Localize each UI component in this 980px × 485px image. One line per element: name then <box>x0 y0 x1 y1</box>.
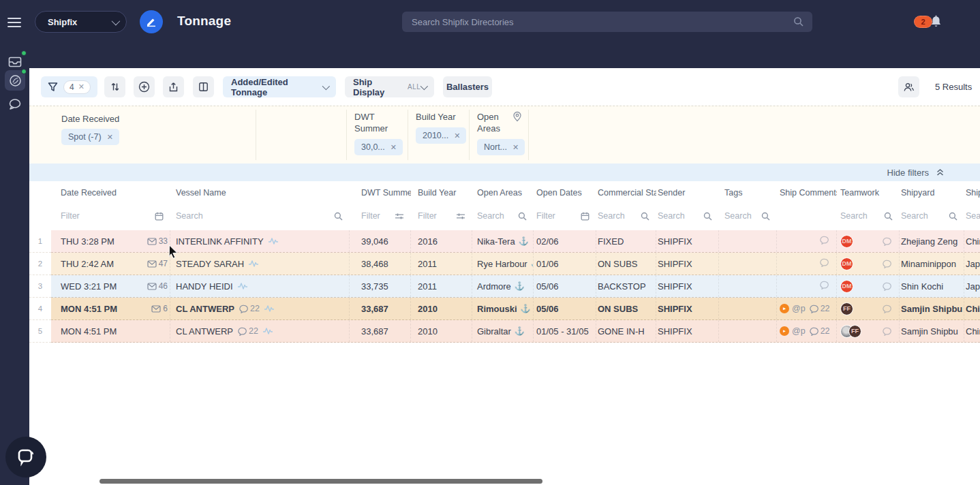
remove-chip-icon[interactable]: ✕ <box>107 133 113 142</box>
ballasters-button[interactable]: Ballasters <box>443 76 492 97</box>
activity-sparkline-icon[interactable] <box>268 237 279 245</box>
filter-chip-build-year[interactable]: 2010...✕ <box>416 127 466 144</box>
activity-sparkline-icon[interactable] <box>237 282 248 290</box>
column-header-dwt-summer[interactable]: DWT Summer <box>350 181 411 204</box>
notification-count-badge[interactable]: 2 <box>914 16 932 28</box>
clear-filters-icon[interactable]: ✕ <box>78 82 85 91</box>
ship-comment-count[interactable]: 22 <box>810 326 830 336</box>
add-teamwork-comment-icon[interactable] <box>883 327 899 336</box>
column-header-vessel-name[interactable]: Vessel Name <box>170 181 350 204</box>
column-header-sender[interactable]: Sender <box>656 181 719 204</box>
filters-button[interactable]: 4 ✕ <box>41 76 97 97</box>
column-header-ship-comments[interactable]: Ship Comments <box>777 181 837 204</box>
vessel-comment-count[interactable]: 22 <box>238 326 258 336</box>
filter-chip-dwt[interactable]: 30,0...✕ <box>354 139 403 155</box>
chevron-down-icon <box>322 82 330 90</box>
sidebar-item-tonnage[interactable] <box>5 70 25 91</box>
column-header-open-dates[interactable]: Open Dates <box>534 181 596 204</box>
teamwork-avatar[interactable]: DM <box>840 280 853 293</box>
activity-sparkline-icon[interactable] <box>248 260 259 268</box>
column-filter-shipyard-country[interactable]: Search <box>964 204 980 228</box>
email-count[interactable]: 46 <box>147 281 170 291</box>
activity-sparkline-icon[interactable] <box>264 304 275 313</box>
column-header-build-year[interactable]: Build Year <box>411 181 472 204</box>
add-comment-icon[interactable] <box>820 281 829 292</box>
column-header-shipyard-country[interactable]: Shipyard Country <box>964 181 980 204</box>
orange-tag-icon[interactable]: ▸ <box>780 304 789 313</box>
column-header-tags[interactable]: Tags <box>719 181 777 204</box>
table-row[interactable]: 1THU 3:28 PM33INTERLINK AFFINITY39,04620… <box>29 230 980 253</box>
column-filter-date-received[interactable]: Filter <box>51 204 170 228</box>
teamwork-avatar[interactable]: DM <box>840 257 853 270</box>
hide-filters-link[interactable]: Hide filters <box>887 168 929 178</box>
teamwork-avatar[interactable]: DM <box>840 235 853 248</box>
column-filter-vessel-name[interactable]: Search <box>170 204 350 228</box>
remove-chip-icon[interactable]: ✕ <box>454 131 460 140</box>
hide-filters-bar: Hide filters <box>29 163 980 181</box>
filter-chip-open-areas[interactable]: Nort...✕ <box>477 139 525 155</box>
search-icon <box>518 212 527 221</box>
chat-widget-button[interactable] <box>5 437 46 478</box>
add-teamwork-comment-icon[interactable] <box>883 304 899 313</box>
ship-display-dropdown[interactable]: Ship Display ALL <box>345 76 434 97</box>
table-row[interactable]: 5MON 4:51 PMCL ANTWERP2233,6872010Gibral… <box>29 320 980 343</box>
add-comment-icon[interactable] <box>820 236 829 247</box>
added-edited-dropdown[interactable]: Added/Edited Tonnage <box>223 76 336 97</box>
teamwork-users-button[interactable] <box>898 76 919 97</box>
column-header-open-areas[interactable]: Open Areas <box>472 181 534 204</box>
column-filter-commercial-status[interactable]: Search <box>596 204 656 228</box>
column-filter-teamwork[interactable]: Search <box>837 204 900 228</box>
add-teamwork-comment-icon[interactable] <box>883 282 899 291</box>
teamwork-avatar[interactable]: FF <box>840 302 853 315</box>
global-search-input[interactable]: Search Shipfix Directories <box>402 12 812 32</box>
vessel-comment-count[interactable]: 22 <box>239 304 260 313</box>
compose-button[interactable] <box>140 10 163 33</box>
column-filter-build-year[interactable]: Filter <box>411 204 472 228</box>
ship-comment-count[interactable]: 22 <box>810 304 830 313</box>
column-filter-shipyard[interactable]: Search <box>900 204 964 228</box>
mail-icon <box>151 305 161 313</box>
column-header-teamwork[interactable]: Teamwork <box>837 181 900 204</box>
email-count[interactable]: 33 <box>147 236 170 246</box>
column-filter-dwt-summer[interactable]: Filter <box>350 204 411 228</box>
divider <box>346 110 347 160</box>
email-count[interactable]: 47 <box>147 259 170 268</box>
column-filter-open-dates[interactable]: Filter <box>534 204 596 228</box>
cell-shipyard-country: Japan <box>964 253 980 275</box>
table-row[interactable]: 3WED 3:21 PM46HANDY HEIDI33,7352011Ardmo… <box>29 275 980 298</box>
activity-sparkline-icon[interactable] <box>262 327 273 335</box>
table-row[interactable]: 4MON 4:51 PM6CL ANTWERP2233,6872010Rimou… <box>29 298 980 320</box>
add-teamwork-comment-icon[interactable] <box>883 260 899 268</box>
teamwork-avatar[interactable]: FF <box>848 325 861 338</box>
orange-tag-icon[interactable]: ▸ <box>780 326 789 336</box>
cell-vessel-name: INTERLINK AFFINITY <box>170 230 350 252</box>
add-teamwork-comment-icon[interactable] <box>883 237 899 246</box>
chip-text: Nort... <box>484 142 507 152</box>
column-header-commercial-status[interactable]: Commercial Status <box>596 181 656 204</box>
column-filter-open-areas[interactable]: Search <box>472 204 534 228</box>
filter-chip-date-received[interactable]: Spot (-7)✕ <box>61 129 119 145</box>
column-filter-tags[interactable]: Search <box>719 204 777 228</box>
column-filter-sender[interactable]: Search <box>656 204 719 228</box>
horizontal-scrollbar[interactable] <box>99 479 542 484</box>
column-header-shipyard[interactable]: Shipyard <box>900 181 964 204</box>
table-row[interactable]: 2THU 2:42 AM47STEADY SARAH38,4682011Rye … <box>29 253 980 275</box>
chevrons-up-icon[interactable] <box>936 168 945 177</box>
add-comment-icon[interactable] <box>820 258 829 269</box>
hamburger-menu-button[interactable] <box>7 18 21 27</box>
sidebar-item-chat[interactable] <box>5 94 25 114</box>
sort-button[interactable] <box>104 76 125 97</box>
divider <box>408 110 408 160</box>
remove-chip-icon[interactable]: ✕ <box>391 143 397 152</box>
comment-bubble-icon <box>820 281 829 290</box>
column-label: Open Dates <box>536 188 582 198</box>
column-header-date-received[interactable]: Date Received <box>51 181 170 204</box>
columns-button[interactable] <box>193 76 214 97</box>
add-button[interactable] <box>134 76 155 97</box>
filter-count-pill[interactable]: 4 ✕ <box>63 80 91 94</box>
remove-chip-icon[interactable]: ✕ <box>512 143 519 152</box>
export-button[interactable] <box>163 76 184 97</box>
email-count[interactable]: 6 <box>151 304 170 313</box>
workspace-dropdown[interactable]: Shipfix <box>35 11 127 33</box>
mention-text: @p <box>792 326 806 336</box>
